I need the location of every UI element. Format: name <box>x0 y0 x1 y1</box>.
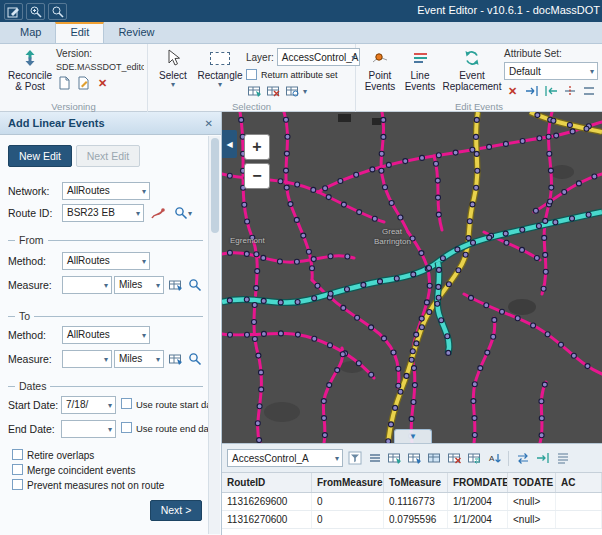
select-tool-button[interactable]: Select ▾ <box>152 46 194 88</box>
end-date-label: End Date: <box>8 423 55 435</box>
network-label: Network: <box>8 185 49 197</box>
panel-scrollbar[interactable] <box>208 136 220 534</box>
toolbar-separator <box>508 451 509 466</box>
from-zoom-icon[interactable] <box>186 276 204 294</box>
route-zoom-icon[interactable]: ▾ <box>170 204 196 222</box>
column-header[interactable]: RouteID <box>222 473 312 492</box>
collapse-panel-icon[interactable]: ◀ <box>222 130 237 158</box>
magnifier-icon[interactable] <box>48 3 67 20</box>
zoom-out-button[interactable]: − <box>244 163 270 189</box>
end-date-field[interactable]: ▾ <box>61 420 116 438</box>
selection-more-caret-icon[interactable]: ▾ <box>303 88 307 95</box>
retire-overlaps-label: Retire overlaps <box>27 450 94 461</box>
go-to-route-icon[interactable] <box>534 450 551 466</box>
prevent-measures-checkbox[interactable] <box>12 479 23 490</box>
merge-coincident-checkbox[interactable] <box>12 464 23 475</box>
zoom-in-icon[interactable] <box>26 3 45 20</box>
trim-event-icon[interactable] <box>523 83 540 99</box>
return-attribute-set-checkbox[interactable] <box>246 69 257 80</box>
tab-edit[interactable]: Edit <box>55 22 104 43</box>
zoom-to-selection-icon[interactable] <box>284 83 301 99</box>
zoom-in-button[interactable]: + <box>244 134 270 160</box>
layer-combo[interactable]: AccessControl_A ▾ <box>277 48 360 66</box>
route-id-combo[interactable]: BSR23 EB ▾ <box>62 204 144 222</box>
reconcile-post-button[interactable]: Reconcile & Post <box>4 46 56 92</box>
to-measure-label: Measure: <box>8 353 52 365</box>
filter-icon[interactable] <box>346 450 363 466</box>
edit-icon[interactable] <box>4 3 23 20</box>
menu-icon[interactable] <box>366 450 383 466</box>
open-table-icon[interactable] <box>386 450 403 466</box>
dates-section-title: Dates <box>8 380 203 392</box>
next-edit-button[interactable]: Next Edit <box>76 145 140 167</box>
table-row[interactable]: 11316269600 0 0.1116773 1/1/2004 <null> <box>222 493 602 511</box>
from-method-combo[interactable]: AllRoutes ▾ <box>62 252 150 270</box>
merge-event-icon[interactable] <box>580 83 597 99</box>
tab-review[interactable]: Review <box>104 22 168 43</box>
column-header[interactable]: ToMeasure <box>384 473 448 492</box>
titlebar-icons <box>0 3 67 20</box>
add-selection-icon[interactable] <box>406 450 423 466</box>
collapse-table-icon[interactable]: ▼ <box>394 429 432 443</box>
show-selected-icon[interactable] <box>426 450 443 466</box>
swap-arrows-icon[interactable] <box>514 450 531 466</box>
layer-label: Layer: <box>246 52 274 63</box>
select-features-icon[interactable] <box>246 83 263 99</box>
group-label-versioning: Versioning <box>0 101 147 112</box>
network-combo[interactable]: AllRoutes ▾ <box>62 182 150 200</box>
to-method-combo[interactable]: AllRoutes ▾ <box>62 326 150 344</box>
table-layer-combo[interactable]: AccessControl_A ▾ <box>227 449 343 467</box>
to-measure-picker-icon[interactable] <box>166 350 184 368</box>
delete-version-icon[interactable]: ✕ <box>94 75 111 91</box>
window-title: Event Editor - v10.6.1 - docMassDOT <box>417 4 600 16</box>
column-header[interactable]: FromMeasure <box>312 473 384 492</box>
map-label-egremont: Egremont <box>230 236 265 245</box>
use-route-end-checkbox[interactable] <box>121 422 132 433</box>
select-dropdown-caret-icon[interactable]: ▾ <box>171 81 175 88</box>
start-date-field[interactable]: 7/18/ ▾ <box>61 396 116 414</box>
clear-selection-icon[interactable] <box>265 83 282 99</box>
column-header[interactable]: FROMDATE <box>448 473 508 492</box>
layer-caret-icon: ▾ <box>351 54 355 61</box>
switch-selection-icon[interactable] <box>466 450 483 466</box>
point-events-button[interactable]: Point Events <box>360 46 400 92</box>
split-event-icon[interactable] <box>561 83 578 99</box>
line-events-button[interactable]: Line Events <box>400 46 440 92</box>
column-header[interactable]: AC <box>556 473 602 492</box>
next-button[interactable]: Next > <box>150 500 202 521</box>
map-canvas <box>222 112 602 443</box>
start-date-caret-icon: ▾ <box>108 402 112 409</box>
new-edit-button[interactable]: New Edit <box>8 145 72 167</box>
to-method-caret-icon: ▾ <box>142 332 146 339</box>
attribute-set-combo[interactable]: Default ▾ <box>504 62 598 80</box>
from-measure-picker-icon[interactable] <box>166 276 184 294</box>
table-row[interactable]: 11316270600 0 0.0795596 1/1/2004 <null> <box>222 511 602 529</box>
copy-version-icon[interactable] <box>56 75 73 91</box>
field-list-icon[interactable] <box>554 450 571 466</box>
cursor-icon <box>165 48 181 68</box>
rectangle-dropdown-caret-icon[interactable]: ▾ <box>218 81 222 88</box>
rectangle-tool-button[interactable]: Rectangle ▾ <box>194 46 246 88</box>
to-unit-combo[interactable]: Miles ▾ <box>114 350 164 368</box>
retire-overlaps-checkbox[interactable] <box>12 449 23 460</box>
column-header[interactable]: TODATE <box>508 473 556 492</box>
edit-version-icon[interactable] <box>75 75 92 91</box>
clear-table-selection-icon[interactable] <box>446 450 463 466</box>
panel-title: Add Linear Events <box>8 117 205 129</box>
use-route-start-checkbox[interactable] <box>121 398 132 409</box>
to-zoom-icon[interactable] <box>186 350 204 368</box>
group-selection: Select ▾ Rectangle ▾ Layer: AccessContro… <box>148 44 356 112</box>
route-id-label: Route ID: <box>8 207 52 219</box>
extend-event-icon[interactable] <box>542 83 559 99</box>
to-measure-combo[interactable]: ▾ <box>62 350 112 368</box>
sort-icon[interactable]: A <box>486 450 503 466</box>
from-unit-combo[interactable]: Miles ▾ <box>114 276 164 294</box>
route-picker-icon[interactable] <box>148 204 166 222</box>
panel-scrollbar-thumb[interactable] <box>211 138 219 233</box>
map-view[interactable]: ◀ + − Egremont Great Barrington ▼ <box>222 112 602 443</box>
close-icon[interactable]: ✕ <box>205 118 213 129</box>
event-replacement-button[interactable]: Event Replacement <box>440 46 504 92</box>
from-measure-combo[interactable]: ▾ <box>62 276 112 294</box>
tab-map[interactable]: Map <box>6 22 55 43</box>
delete-event-icon[interactable]: ✕ <box>504 83 521 99</box>
